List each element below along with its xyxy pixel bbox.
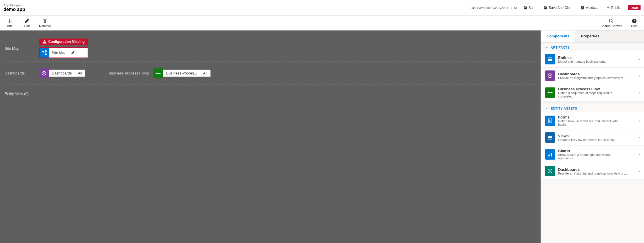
dashboards-panel-desc: Provide an insightful and graphical over…	[558, 76, 627, 80]
bpf-item[interactable]: Business Proces... All	[153, 68, 210, 78]
forms-info: Forms Define how users will see and inte…	[558, 115, 627, 126]
app-title-area: App Designer demo app	[3, 3, 25, 12]
edit-label: Edit	[24, 24, 30, 28]
artifacts-collapse-icon[interactable]	[545, 45, 549, 49]
help-toolbar-item[interactable]: Help	[629, 18, 639, 28]
dashboards-all-label: All	[75, 70, 85, 77]
svg-rect-31	[551, 153, 552, 156]
forms-row-left: Forms Define how users will see and inte…	[545, 115, 627, 126]
svg-rect-14	[548, 58, 552, 58]
validate-label: Valida...	[586, 6, 598, 10]
last-saved-text: Last Saved on :03/09/2021 11:48	[471, 6, 517, 9]
dashboards2-chevron: ›	[639, 169, 640, 174]
entities-icon	[545, 54, 555, 64]
dashboards-chevron: ›	[639, 73, 640, 78]
remove-icon	[42, 18, 47, 24]
bpf-panel-title: Business Process Flow	[558, 87, 627, 91]
dashboards-panel-icon	[545, 70, 555, 81]
remove-label: Remove	[39, 24, 51, 28]
entities-desc: Model and manage business data.	[558, 60, 606, 63]
svg-point-10	[43, 73, 44, 74]
bpf-svg-icon	[547, 90, 553, 95]
bpf-panel-icon	[545, 87, 555, 98]
dashboards2-row-left: Dashboards Provide an insightful and gra…	[545, 166, 627, 176]
draft-badge[interactable]: Draft	[628, 5, 641, 10]
bpf-icon-box	[153, 68, 163, 78]
forms-title: Forms	[558, 115, 627, 119]
sitemap-row-label: Site Map	[5, 46, 39, 51]
dashboards-icon	[41, 71, 47, 76]
charts-icon	[545, 149, 555, 160]
dashboards-component-row[interactable]: Dashboards Provide an insightful and gra…	[541, 68, 644, 84]
save-icon	[523, 6, 527, 10]
forms-icon	[545, 116, 555, 126]
dashboards-panel-title: Dashboards	[558, 72, 627, 76]
search-canvas-icon	[609, 18, 614, 24]
entity-assets-collapse-icon[interactable]	[545, 106, 549, 110]
toolbar-right: Search Canvas Help	[601, 18, 639, 28]
search-canvas-toolbar-item[interactable]: Search Canvas	[601, 18, 622, 28]
sitemap-item[interactable]: Site Map	[39, 47, 88, 58]
svg-point-12	[159, 72, 161, 74]
svg-rect-2	[42, 51, 44, 52]
dashboards-row: Dashboards Dashboards All Business Proce…	[5, 62, 536, 85]
toolbar-left: Add Edit Remove	[5, 18, 51, 28]
entities-row-left: Entities Model and manage business data.	[545, 54, 606, 64]
svg-point-0	[610, 19, 612, 22]
bpf-icon	[156, 71, 161, 76]
save-and-close-button[interactable]: Save And Clo...	[542, 5, 574, 11]
dashboards2-component-row[interactable]: Dashboards Provide an insightful and gra…	[541, 163, 644, 179]
entities-info: Entities Model and manage business data.	[558, 56, 606, 63]
sitemap-row: Site Map Configuration Missing Site Map	[5, 35, 536, 62]
tab-components[interactable]: Components	[541, 30, 575, 42]
entities-svg-icon	[547, 56, 553, 62]
save-button[interactable]: Sa...	[522, 5, 537, 11]
svg-rect-4	[45, 53, 47, 55]
tab-properties[interactable]: Properties	[575, 30, 605, 42]
views-desc: Create a list view of records for an ent…	[558, 138, 615, 141]
svg-rect-30	[549, 154, 550, 156]
dashboards-item[interactable]: Dashboards All	[39, 68, 85, 78]
bpf-chevron: ›	[639, 90, 640, 95]
publish-button[interactable]: Publi...	[604, 5, 624, 11]
panel-tabs: Components Properties	[541, 30, 644, 43]
edit-toolbar-item[interactable]: Edit	[22, 18, 32, 28]
app-name: demo app	[3, 7, 25, 12]
charts-title: Charts	[558, 149, 627, 153]
views-chevron: ›	[639, 135, 640, 140]
svg-point-20	[551, 92, 553, 93]
main-layout: Site Map Configuration Missing Site Map	[0, 30, 644, 243]
publish-label: Publi...	[611, 6, 622, 10]
save-close-icon	[543, 6, 547, 10]
charts-chevron: ›	[639, 152, 640, 157]
views-component-row[interactable]: Views Create a list view of records for …	[541, 129, 644, 146]
toolbar: Add Edit Remove Search Canvas Help	[0, 16, 644, 30]
bpf-panel-desc: Define a sequence of steps required to c…	[558, 91, 627, 98]
forms-component-row[interactable]: Forms Define how users will see and inte…	[541, 112, 644, 129]
entities-chevron: ›	[639, 57, 640, 62]
charts-info: Charts Show data in a meaningful and vis…	[558, 149, 627, 160]
svg-point-11	[156, 72, 158, 74]
svg-rect-15	[548, 59, 552, 60]
charts-component-row[interactable]: Charts Show data in a meaningful and vis…	[541, 146, 644, 163]
charts-desc: Show data in a meaningful and visual rep…	[558, 153, 627, 160]
entity-assets-header-text: ENTITY ASSETS	[551, 107, 577, 110]
top-bar-actions: Last Saved on :03/09/2021 11:48 Sa... Sa…	[471, 5, 641, 11]
entities-component-row[interactable]: Entities Model and manage business data.…	[541, 51, 644, 68]
views-title: Views	[558, 134, 615, 138]
svg-rect-26	[548, 136, 552, 137]
sitemap-edit-button[interactable]	[69, 49, 77, 56]
add-icon	[7, 18, 12, 24]
remove-toolbar-item[interactable]: Remove	[39, 18, 51, 28]
validate-button[interactable]: Valida...	[579, 5, 599, 11]
add-toolbar-item[interactable]: Add	[5, 18, 15, 28]
canvas-area: Site Map Configuration Missing Site Map	[0, 30, 541, 243]
top-bar: App Designer demo app Last Saved on :03/…	[0, 0, 644, 16]
bpf-component-row[interactable]: Business Process Flow Define a sequence …	[541, 84, 644, 101]
bpf-panel-info: Business Process Flow Define a sequence …	[558, 87, 627, 98]
help-icon	[632, 18, 637, 24]
entity-assets-section-header: ENTITY ASSETS	[541, 104, 644, 112]
config-missing-text: Configuration Missing	[48, 40, 85, 44]
edit-pencil-icon	[71, 51, 75, 55]
svg-rect-27	[548, 137, 552, 138]
